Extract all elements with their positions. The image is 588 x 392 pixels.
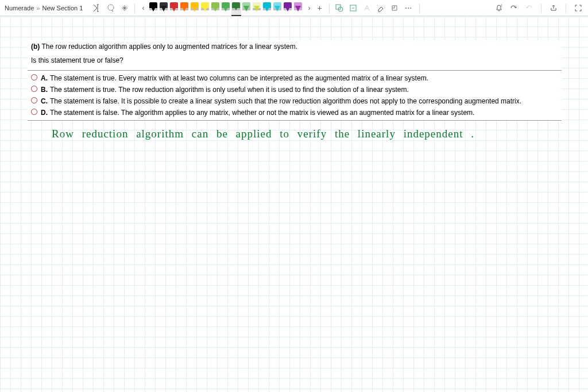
fullscreen-icon[interactable] bbox=[573, 3, 583, 13]
top-toolbar: Numerade » New Section 1 ‹ › + bbox=[0, 0, 588, 16]
separator bbox=[419, 3, 420, 13]
undo-icon[interactable] bbox=[509, 3, 519, 13]
breadcrumb-section[interactable]: New Section 1 bbox=[42, 5, 83, 11]
question-prompt: Is this statement true or false? bbox=[28, 54, 562, 70]
radio-icon[interactable] bbox=[31, 86, 37, 92]
shape-tools: ··· bbox=[334, 3, 415, 13]
prev-pen-button[interactable]: ‹ bbox=[140, 4, 146, 12]
pen-9[interactable] bbox=[242, 2, 252, 16]
lasso-select-icon[interactable] bbox=[106, 3, 116, 13]
pen-2[interactable] bbox=[169, 2, 179, 16]
radio-icon[interactable] bbox=[31, 109, 37, 115]
option-row-D[interactable]: D.The statement is false. The algorithm … bbox=[28, 107, 562, 118]
add-pen-button[interactable]: + bbox=[315, 3, 324, 13]
pen-6[interactable] bbox=[211, 2, 220, 16]
radio-icon[interactable] bbox=[31, 97, 37, 103]
svg-text:1: 1 bbox=[501, 4, 502, 7]
question-stem: (b) The row reduction algorithm applies … bbox=[28, 40, 562, 54]
options-list: A.The statement is true. Every matrix wi… bbox=[28, 70, 562, 121]
ink-to-shape-icon[interactable] bbox=[348, 3, 358, 13]
pen-0[interactable] bbox=[149, 2, 158, 16]
breadcrumb[interactable]: Numerade » New Section 1 bbox=[5, 5, 83, 11]
redo-icon[interactable] bbox=[524, 3, 534, 13]
pen-12[interactable] bbox=[273, 2, 283, 16]
pen-13[interactable] bbox=[283, 2, 293, 16]
selection-tools bbox=[92, 3, 130, 13]
separator bbox=[566, 3, 566, 13]
separator bbox=[134, 3, 135, 13]
question-block: (b) The row reduction algorithm applies … bbox=[28, 40, 562, 121]
pen-7[interactable] bbox=[221, 2, 231, 16]
shape-tool-icon[interactable] bbox=[334, 3, 345, 13]
pen-10[interactable] bbox=[252, 2, 262, 16]
ink-to-text-icon[interactable] bbox=[362, 3, 372, 13]
option-row-C[interactable]: C.The statement is false. It is possible… bbox=[28, 95, 562, 107]
option-letter: B. bbox=[41, 86, 48, 94]
option-letter: C. bbox=[41, 97, 48, 105]
option-text: The statement is true. Every matrix with… bbox=[50, 74, 428, 82]
question-prefix: (b) bbox=[31, 43, 40, 51]
pen-14[interactable] bbox=[293, 2, 303, 16]
handwritten-annotation: Row reduction algorithm can be applied t… bbox=[52, 128, 474, 140]
breadcrumb-root[interactable]: Numerade bbox=[5, 5, 34, 11]
option-text: The statement is false. It is possible t… bbox=[50, 97, 521, 105]
pan-tool-icon[interactable] bbox=[119, 3, 130, 13]
pen-8[interactable] bbox=[231, 2, 241, 16]
text-cursor-icon[interactable] bbox=[92, 3, 102, 13]
svg-point-0 bbox=[108, 5, 114, 10]
ruler-icon[interactable] bbox=[389, 3, 400, 13]
separator bbox=[541, 3, 541, 13]
bell-icon[interactable]: 1 bbox=[494, 3, 504, 13]
toolbar-right: 1 bbox=[494, 3, 583, 13]
option-row-A[interactable]: A.The statement is true. Every matrix wi… bbox=[28, 72, 562, 84]
option-letter: D. bbox=[41, 109, 48, 117]
eraser-icon[interactable] bbox=[376, 3, 386, 13]
question-stem-text: The row reduction algorithm applies only… bbox=[41, 43, 297, 51]
next-pen-button[interactable]: › bbox=[305, 4, 312, 12]
radio-icon[interactable] bbox=[31, 74, 37, 80]
option-letter: A. bbox=[41, 74, 48, 82]
pen-4[interactable] bbox=[190, 2, 200, 16]
pen-11[interactable] bbox=[262, 2, 272, 16]
pen-palette bbox=[149, 0, 303, 16]
option-text: The statement is false. The algorithm ap… bbox=[50, 109, 474, 117]
canvas[interactable]: (b) The row reduction algorithm applies … bbox=[0, 16, 588, 392]
pen-5[interactable] bbox=[200, 2, 210, 16]
more-tools-button[interactable]: ··· bbox=[403, 5, 415, 11]
option-row-B[interactable]: B.The statement is true. The row reducti… bbox=[28, 84, 562, 95]
pen-3[interactable] bbox=[180, 2, 189, 16]
separator bbox=[329, 3, 330, 13]
pen-1[interactable] bbox=[159, 2, 169, 16]
share-icon[interactable] bbox=[548, 3, 559, 13]
option-text: The statement is true. The row reduction… bbox=[50, 86, 409, 94]
breadcrumb-separator: » bbox=[36, 5, 40, 11]
